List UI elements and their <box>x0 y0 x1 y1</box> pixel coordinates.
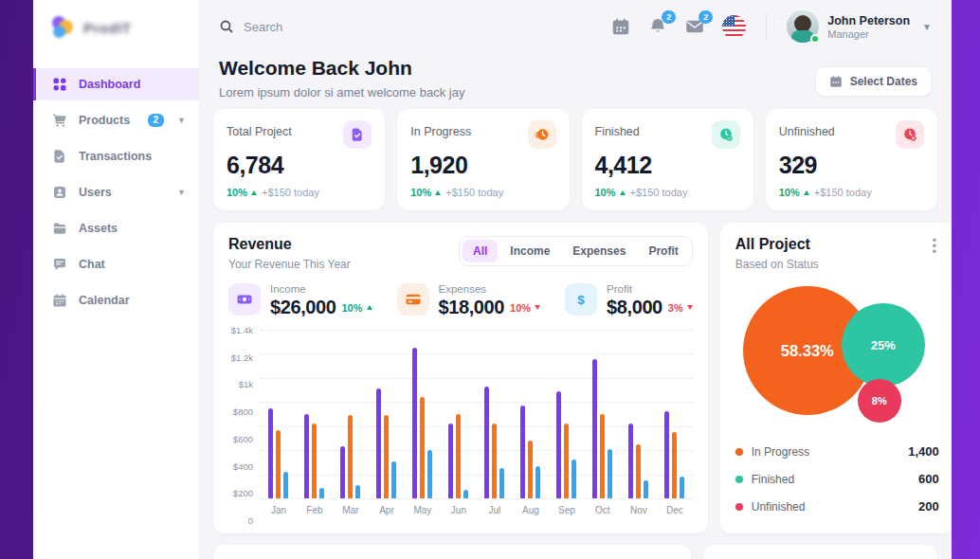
bar-group-dec <box>657 330 693 498</box>
kebab-menu-icon[interactable]: ••• <box>928 238 941 255</box>
x-tick-label: Sep <box>549 505 585 520</box>
bar-expenses-oct <box>600 414 605 498</box>
stat-value: 1,920 <box>410 152 555 179</box>
select-dates-label: Select Dates <box>850 75 917 88</box>
status-legend: In Progress 1,400 Finished 600 Unfinishe… <box>735 438 939 520</box>
bottom-card-right <box>703 545 937 559</box>
messages-button[interactable]: 2 <box>685 17 704 36</box>
bar-income-aug <box>520 406 525 498</box>
x-tick-label: Jan <box>261 505 297 520</box>
trend-arrow-icon <box>367 305 372 310</box>
chevron-down-icon: ▼ <box>177 116 186 125</box>
legend-row-finished: Finished 600 <box>735 465 939 493</box>
x-tick-label: Oct <box>585 505 621 520</box>
bar-group-jul <box>477 330 513 498</box>
bar-expenses-feb <box>312 424 317 498</box>
bar-profit-nov <box>644 480 648 498</box>
sidebar-item-label: Transactions <box>79 150 152 163</box>
sidebar-item-chat[interactable]: Chat <box>33 248 199 280</box>
y-tick-label: $200 <box>233 488 253 498</box>
top-icons: 2 2 John Peterson Manager ▼ <box>611 10 932 43</box>
x-tick-label: Aug <box>513 505 549 520</box>
stat-change: 10% <box>227 187 257 198</box>
chat-icon <box>52 257 67 272</box>
tab-expenses[interactable]: Expenses <box>562 240 636 262</box>
trend-arrow-icon <box>620 190 626 195</box>
stat-card-in-progress: In Progress 1,920 10% +$150 today <box>397 109 569 210</box>
x-tick-label: May <box>405 505 441 520</box>
revenue-filter-tabs: All Income Expenses Profit <box>459 236 693 266</box>
tab-profit[interactable]: Profit <box>638 240 688 262</box>
svg-text:$: $ <box>577 293 585 307</box>
bar-income-mar <box>340 446 345 498</box>
select-dates-button[interactable]: Select Dates <box>815 66 932 97</box>
y-tick-label: $1.4k <box>231 325 253 335</box>
bar-profit-jul <box>499 468 504 498</box>
revenue-stat-income: Income $26,000 10% <box>228 283 372 318</box>
bar-profit-aug <box>535 466 540 498</box>
logo: ProdIT <box>33 0 199 55</box>
sidebar-item-users[interactable]: Users ▼ <box>33 176 199 208</box>
stat-value: 4,412 <box>595 152 740 179</box>
bubble-unfinished: 8% <box>858 379 901 423</box>
online-status-dot <box>810 34 820 44</box>
bar-group-feb <box>297 330 333 498</box>
main-area: 2 2 John Peterson Manager ▼ <box>199 0 952 559</box>
sidebar-item-assets[interactable]: Assets <box>33 212 199 244</box>
bar-chart-xlabels: JanFebMarAprMayJunJulAugSepOctNovDec <box>261 505 693 520</box>
profile-menu[interactable]: John Peterson Manager ▼ <box>787 10 932 43</box>
sidebar-nav: Dashboard Products 2 ▼ Transactions User… <box>33 68 199 320</box>
bar-profit-dec <box>680 477 684 498</box>
bar-income-apr <box>376 388 381 498</box>
revenue-stat-profit: $ Profit $8,000 3% <box>565 283 693 318</box>
bar-group-nov <box>621 330 657 498</box>
bar-expenses-apr <box>384 415 389 498</box>
bar-expenses-may <box>420 397 425 498</box>
sidebar-item-calendar[interactable]: Calendar <box>33 284 199 316</box>
legend-value: 1,400 <box>908 444 939 459</box>
search-input[interactable] <box>244 20 433 34</box>
bar-profit-mar <box>355 485 360 498</box>
stat-card-unfinished: Unfinished 329 10% +$150 today <box>766 109 937 210</box>
bar-chart-plot <box>261 330 693 498</box>
bar-group-apr <box>369 330 405 498</box>
bar-income-oct <box>592 359 597 498</box>
y-tick-label: $400 <box>233 460 253 471</box>
revenue-stat-label: Profit <box>607 283 693 295</box>
dollar-icon: $ <box>565 283 597 316</box>
bar-income-nov <box>628 424 633 498</box>
sidebar-item-transactions[interactable]: Transactions <box>33 140 199 172</box>
revenue-bar-chart: $1.4k$1.2k$1k$800$600$400$2000 JanFebMar… <box>228 330 693 520</box>
stat-value: 6,784 <box>227 152 372 179</box>
legend-label: Finished <box>752 473 794 486</box>
bar-profit-jun <box>463 490 468 498</box>
legend-row-in-progress: In Progress 1,400 <box>735 438 939 465</box>
bottom-card-left <box>213 545 691 559</box>
messages-badge: 2 <box>699 10 713 24</box>
x-tick-label: Jun <box>441 505 477 520</box>
tab-income[interactable]: Income <box>499 240 560 262</box>
revenue-stat-value: $8,000 <box>607 297 662 318</box>
gridline <box>261 498 693 499</box>
tab-all[interactable]: All <box>463 240 498 262</box>
bar-income-jan <box>268 408 273 498</box>
sidebar-item-label: Assets <box>79 222 118 235</box>
search-icon <box>219 19 234 34</box>
x-tick-label: Mar <box>333 505 369 520</box>
legend-dot <box>735 503 743 511</box>
notifications-button[interactable]: 2 <box>648 17 667 36</box>
notifications-badge: 2 <box>662 10 676 24</box>
bar-group-jan <box>261 330 297 498</box>
trend-arrow-icon <box>435 190 441 195</box>
legend-row-unfinished: Unfinished 200 <box>735 493 939 520</box>
bar-expenses-jan <box>276 430 281 498</box>
sidebar-item-dashboard[interactable]: Dashboard <box>33 68 199 100</box>
y-tick-label: $800 <box>233 406 253 417</box>
legend-label: In Progress <box>752 445 809 459</box>
sidebar-item-products[interactable]: Products 2 ▼ <box>33 104 199 136</box>
legend-dot <box>735 448 743 456</box>
legend-dot <box>735 476 743 483</box>
calendar-button[interactable] <box>611 17 630 36</box>
us-flag-icon[interactable] <box>722 15 746 39</box>
bar-income-feb <box>304 414 309 498</box>
